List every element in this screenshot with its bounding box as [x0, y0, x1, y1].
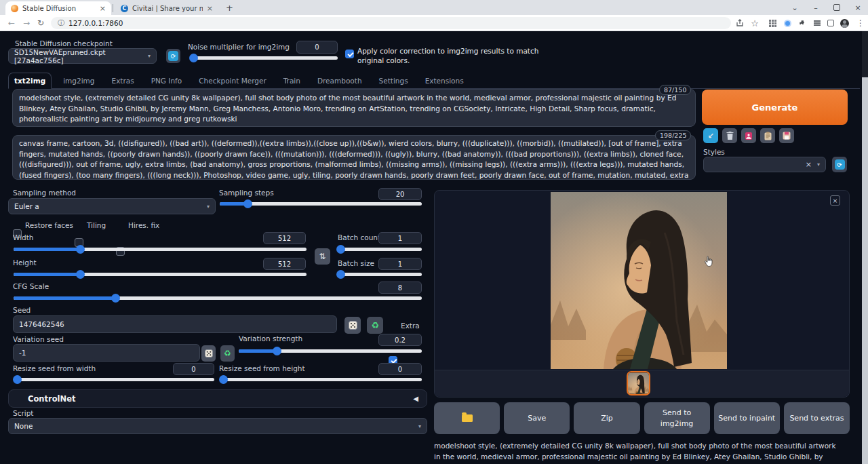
minimize-icon[interactable]: –: [806, 0, 826, 15]
resize-seed-width-value[interactable]: 0: [173, 363, 214, 375]
checkpoint-dropdown[interactable]: SD15NewVAEpruned.ckpt [27a4ac756c] ▾: [8, 48, 157, 64]
slider-thumb[interactable]: [336, 270, 345, 279]
slider-thumb[interactable]: [189, 54, 198, 62]
browser-tab-civitai[interactable]: C Civitai | Share your models ×: [115, 1, 218, 15]
extension-dot-icon[interactable]: [781, 17, 793, 29]
noise-multiplier-value[interactable]: 0: [296, 41, 338, 54]
share-icon[interactable]: [734, 17, 746, 29]
slider-thumb[interactable]: [243, 199, 252, 208]
controlnet-accordion[interactable]: ControlNet ◀: [8, 389, 427, 408]
batch-size-value[interactable]: 1: [378, 258, 422, 270]
reuse-seed-button[interactable]: ♻: [367, 317, 383, 334]
reload-icon[interactable]: ↻: [35, 17, 47, 29]
close-window-icon[interactable]: ×: [848, 0, 868, 15]
slider-thumb[interactable]: [13, 375, 22, 384]
color-correction-checkbox[interactable]: [345, 50, 354, 58]
reading-list-icon[interactable]: [811, 17, 823, 29]
batch-count-value[interactable]: 1: [378, 232, 422, 244]
random-variation-seed-button[interactable]: [201, 345, 216, 362]
generate-button[interactable]: Generate: [702, 90, 848, 125]
seed-input[interactable]: 1476462546: [13, 315, 337, 333]
batch-size-slider[interactable]: [338, 273, 422, 276]
tab-checkpoint-merger[interactable]: Checkpoint Merger: [193, 73, 272, 88]
slider-thumb[interactable]: [111, 294, 120, 303]
maximize-icon[interactable]: [827, 0, 847, 15]
cfg-scale-slider[interactable]: [14, 296, 422, 300]
side-panel-icon[interactable]: [825, 17, 837, 29]
clear-styles-icon[interactable]: ×: [806, 160, 812, 169]
prompt-input[interactable]: modelshoot style, (extremely detailed CG…: [12, 89, 696, 127]
variation-strength-value[interactable]: 0.2: [378, 334, 422, 346]
send-to-extras-button[interactable]: Send to extras: [784, 402, 850, 434]
save-button[interactable]: Save: [504, 402, 570, 434]
swap-dimensions-button[interactable]: ⇅: [315, 248, 330, 265]
reuse-variation-seed-button[interactable]: ♻: [220, 345, 235, 362]
tab-settings[interactable]: Settings: [374, 73, 414, 88]
profile-avatar[interactable]: [838, 17, 850, 29]
site-info-icon[interactable]: ⓘ: [58, 18, 64, 28]
back-icon[interactable]: ←: [5, 17, 18, 29]
send-to-inpaint-button[interactable]: Send to inpaint: [714, 402, 780, 434]
read-generation-params-button[interactable]: ↙: [703, 128, 718, 143]
tab-png-info[interactable]: PNG Info: [146, 73, 188, 88]
slider-thumb[interactable]: [76, 245, 85, 254]
refresh-checkpoints-button[interactable]: ⟳: [166, 49, 180, 63]
puzzle-extensions-icon[interactable]: [796, 17, 808, 29]
cfg-scale-value[interactable]: 8: [378, 282, 422, 294]
resize-seed-height-value[interactable]: 0: [378, 363, 422, 375]
tab-train[interactable]: Train: [278, 73, 306, 88]
slider-thumb[interactable]: [273, 347, 281, 355]
height-value[interactable]: 512: [263, 258, 306, 270]
slider-thumb[interactable]: [219, 375, 228, 384]
new-tab-button[interactable]: +: [224, 3, 235, 13]
sampling-steps-value[interactable]: 20: [378, 188, 422, 200]
page-scrollbar-thumb[interactable]: [862, 77, 868, 464]
controlnet-label: ControlNet: [28, 394, 75, 404]
script-dropdown[interactable]: None ▾: [8, 418, 427, 434]
tab-img2img[interactable]: img2img: [58, 73, 100, 88]
random-seed-button[interactable]: [344, 317, 361, 334]
checkpoint-label: Stable Diffusion checkpoint: [15, 39, 113, 47]
close-tab-icon[interactable]: ×: [100, 5, 106, 12]
generated-image[interactable]: [551, 192, 727, 369]
browser-tab-stable-diffusion[interactable]: Stable Diffusion ×: [5, 1, 111, 15]
zip-button[interactable]: Zip: [574, 402, 639, 434]
negative-prompt-input[interactable]: canvas frame, cartoon, 3d, ((disfigured)…: [12, 135, 696, 180]
save-style-button[interactable]: [779, 128, 794, 143]
variation-strength-slider[interactable]: [239, 349, 422, 353]
styles-dropdown[interactable]: × ▾: [703, 157, 826, 172]
resize-seed-width-slider[interactable]: [14, 378, 214, 381]
slider-thumb[interactable]: [76, 270, 85, 279]
slider-thumb[interactable]: [336, 245, 345, 254]
kebab-menu-icon[interactable]: ⋮: [854, 17, 867, 29]
sampling-method-dropdown[interactable]: Euler a ▾: [8, 198, 216, 214]
card-icon: [745, 132, 753, 140]
send-to-img2img-button[interactable]: Send to img2img: [644, 402, 710, 434]
tab-extras[interactable]: Extras: [106, 73, 140, 88]
open-folder-button[interactable]: [434, 402, 500, 434]
bookmark-star-icon[interactable]: ☆: [749, 17, 761, 29]
close-preview-button[interactable]: ×: [830, 195, 840, 206]
address-bar[interactable]: ⓘ 127.0.0.1:7860: [51, 17, 731, 29]
width-slider[interactable]: [14, 248, 307, 251]
apply-styles-button[interactable]: [760, 128, 775, 143]
width-value[interactable]: 512: [263, 232, 306, 244]
height-slider[interactable]: [14, 273, 307, 276]
batch-count-slider[interactable]: [338, 248, 422, 251]
refresh-styles-button[interactable]: ⟳: [832, 157, 847, 172]
resize-seed-height-slider[interactable]: [220, 378, 422, 381]
clear-prompt-button[interactable]: [722, 128, 737, 143]
thumbnail-selected[interactable]: [627, 371, 650, 395]
apps-grid-icon[interactable]: [766, 17, 778, 29]
extra-networks-button[interactable]: [741, 128, 756, 143]
forward-icon[interactable]: →: [20, 17, 33, 29]
close-tab-icon[interactable]: ×: [207, 5, 213, 12]
chevron-down-icon[interactable]: ⌄: [785, 0, 805, 15]
tab-txt2img[interactable]: txt2img: [8, 73, 52, 89]
trash-icon: [726, 132, 734, 140]
sampling-steps-slider[interactable]: [220, 202, 422, 206]
noise-multiplier-slider[interactable]: [191, 56, 338, 60]
tab-dreambooth[interactable]: Dreambooth: [312, 73, 368, 88]
tab-extensions[interactable]: Extensions: [420, 73, 469, 88]
variation-seed-input[interactable]: -1: [13, 344, 200, 362]
